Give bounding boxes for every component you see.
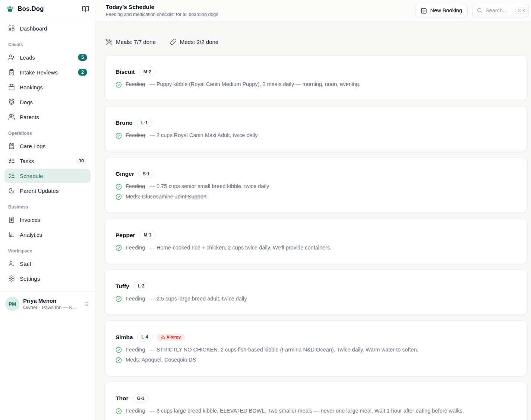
search-input[interactable]	[486, 7, 512, 13]
check-icon[interactable]	[116, 296, 122, 302]
kennel-tag: G-1	[132, 394, 149, 402]
feeding-label: Feeding	[126, 132, 145, 139]
sidebar-item-care-logs[interactable]: Care Logs	[4, 139, 91, 153]
dog-name: Tuffy	[116, 283, 129, 290]
staff-icon	[8, 260, 15, 267]
feeding-description: — 2.5 cups large breed adult, twice dail…	[149, 295, 247, 303]
sidebar-item-label: Settings	[20, 276, 40, 282]
dog-card-pepper: PepperM-1Feeding— Home-cooked rice + chi…	[105, 218, 527, 264]
feeding-description: — STRICTLY NO CHICKEN. 2 cups fish-based…	[149, 346, 418, 354]
sidebar-item-label: Analytics	[20, 232, 42, 238]
check-icon[interactable]	[116, 133, 122, 139]
check-icon[interactable]	[116, 347, 122, 353]
sidebar-item-bookings[interactable]: Bookings	[4, 80, 91, 94]
users-icon	[8, 114, 15, 120]
meds-row: Meds: Glucosamine Joint Support	[116, 193, 516, 201]
sidebar-item-label: Parents	[20, 114, 39, 120]
check-icon[interactable]	[116, 408, 122, 414]
sidebar-item-dogs[interactable]: Dogs	[4, 95, 91, 109]
card-header: BiscuitM-2	[116, 68, 516, 76]
stats-row: Meals: 7/7 done Meds: 2/2 done	[106, 38, 527, 45]
nav-section-label-operations: Operations	[4, 125, 91, 139]
kennel-tag: L-1	[137, 119, 152, 127]
page-title-block: Today's Schedule Feeding and medication …	[106, 4, 218, 17]
sidebar-item-intake-reviews[interactable]: Intake Reviews2	[4, 65, 91, 79]
kennel-tag: L-4	[137, 333, 153, 341]
sidebar-item-label: Intake Reviews	[20, 69, 58, 76]
dog-name: Thor	[116, 395, 128, 402]
new-booking-button[interactable]: New Booking	[415, 4, 468, 17]
triangle-alert-icon	[161, 335, 165, 340]
sidebar-item-label: Dashboard	[20, 25, 47, 32]
feeding-description: — Home-cooked rice + chicken, 2 cups twi…	[149, 244, 331, 252]
meals-stat: Meals: 7/7 done	[106, 38, 156, 45]
sidebar-item-invoices[interactable]: Invoices	[4, 213, 91, 227]
card-header: BrunoL-1	[116, 119, 516, 127]
app-title: Bos.Dog	[18, 5, 44, 13]
sidebar-item-staff[interactable]: Staff	[4, 257, 91, 271]
dog-card-list: BiscuitM-2Feeding— Puppy kibble (Royal C…	[105, 55, 527, 420]
check-icon[interactable]	[116, 194, 122, 200]
feeding-description: — 2 cups Royal Canin Maxi Adult, twice d…	[149, 132, 257, 139]
pill-icon	[170, 38, 177, 45]
dog-name: Pepper	[116, 232, 135, 239]
page-title: Today's Schedule	[106, 4, 218, 10]
receipt-icon	[8, 216, 15, 223]
search-box[interactable]: ⌘ K	[472, 4, 529, 17]
kennel-tag: L-2	[133, 282, 149, 290]
user-role: Owner · Paws Inn — Kora...	[23, 305, 80, 310]
logo-row: Bos.Dog	[0, 0, 95, 18]
dog-card-ginger: GingerS-1Feeding— 0.75 cups senior small…	[105, 157, 527, 213]
dog-card-thor: ThorG-1Feeding— 3 cups large breed kibbl…	[105, 382, 527, 420]
check-icon[interactable]	[116, 82, 122, 88]
nav-section-label-business: Business	[4, 198, 91, 213]
sidebar-item-label: Dogs	[20, 99, 33, 105]
meds-stat-label: Meds: 2/2 done	[180, 39, 218, 45]
allergy-badge: Allergy	[157, 334, 185, 341]
card-header: PepperM-1	[116, 231, 516, 239]
card-header: ThorG-1	[116, 394, 516, 402]
dog-name: Simba	[116, 334, 133, 341]
sidebar-item-analytics[interactable]: Analytics	[4, 228, 91, 242]
card-header: TuffyL-2	[116, 282, 516, 290]
card-header: GingerS-1	[116, 170, 516, 178]
clipboard-list-icon	[8, 143, 15, 149]
feeding-description: — Puppy kibble (Royal Canin Medium Puppy…	[149, 81, 360, 88]
check-icon[interactable]	[116, 184, 122, 190]
check-icon[interactable]	[116, 357, 122, 363]
feeding-row: Feeding— STRICTLY NO CHICKEN. 2 cups fis…	[116, 346, 516, 354]
feeding-label: Feeding	[126, 81, 145, 88]
user-row[interactable]: PM Priya Menon Owner · Paws Inn — Kora..…	[0, 292, 95, 316]
sidebar-item-label: Invoices	[20, 217, 40, 223]
sidebar: Bos.Dog DashboardClientsLeads5Intake Rev…	[0, 0, 95, 420]
book-open-icon[interactable]	[82, 6, 89, 13]
allergy-label: Allergy	[167, 335, 181, 340]
sidebar-item-parents[interactable]: Parents	[4, 110, 91, 124]
sidebar-item-label: Tasks	[20, 158, 34, 164]
sidebar-item-settings[interactable]: Settings	[4, 271, 91, 286]
feeding-row: Feeding— 2 cups Royal Canin Maxi Adult, …	[116, 132, 516, 139]
chevrons-up-down-icon[interactable]	[84, 301, 90, 307]
sidebar-item-parent-updates[interactable]: Parent Updates	[4, 184, 91, 198]
list-checks-icon	[8, 172, 15, 179]
feeding-row: Feeding— 0.75 cups senior small breed ki…	[116, 183, 516, 190]
dog-card-simba: SimbaL-4AllergyFeeding— STRICTLY NO CHIC…	[105, 320, 527, 376]
kennel-tag: M-1	[139, 231, 156, 239]
moon-icon	[8, 187, 15, 194]
page-subtitle: Feeding and medication checklist for all…	[106, 12, 218, 17]
check-icon[interactable]	[116, 245, 122, 251]
sidebar-item-schedule[interactable]: Schedule	[4, 169, 91, 183]
dog-name: Biscuit	[116, 69, 135, 75]
sidebar-item-leads[interactable]: Leads5	[4, 50, 91, 64]
search-shortcut: ⌘ K	[515, 7, 527, 14]
meals-stat-label: Meals: 7/7 done	[116, 39, 156, 45]
feeding-row: Feeding— Puppy kibble (Royal Canin Mediu…	[116, 81, 516, 88]
paw-logo-icon	[6, 5, 14, 13]
sidebar-item-dashboard[interactable]: Dashboard	[4, 21, 91, 35]
calendar-icon	[8, 84, 15, 90]
sidebar-item-tasks[interactable]: Tasks10	[4, 154, 91, 168]
dashboard-icon	[8, 25, 15, 32]
count-badge: 10	[76, 158, 87, 164]
sidebar-item-label: Bookings	[20, 84, 43, 90]
dog-name: Ginger	[116, 171, 134, 177]
